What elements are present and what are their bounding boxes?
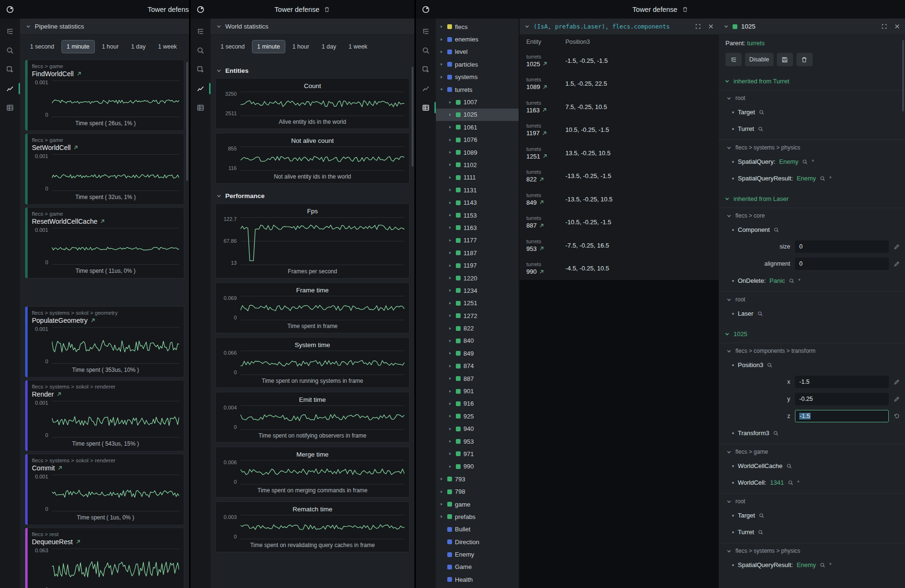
query-row[interactable]: turrets1025-1.5, -0.25, -1.5 (520, 49, 719, 72)
caret-right-icon[interactable] (448, 138, 453, 142)
tree-item-1143[interactable]: 1143 (436, 196, 519, 209)
tree-item-1197[interactable]: 1197 (436, 259, 519, 271)
component-row[interactable]: Turret (719, 524, 905, 540)
inspector-section-header[interactable]: 1025 (719, 326, 905, 340)
tree-item-822[interactable]: 822 (436, 322, 519, 334)
field-input-x[interactable]: -1.5 (795, 376, 889, 388)
tree-item-Health[interactable]: Health (436, 573, 519, 586)
component-row[interactable]: Component (719, 221, 905, 238)
caret-right-icon[interactable] (448, 301, 453, 305)
caret-right-icon[interactable] (448, 264, 453, 268)
tree-item-prefabs[interactable]: prefabs (436, 510, 519, 523)
query-row[interactable]: turrets953-7.5, -0.25, 16.5 (520, 234, 719, 257)
inspector-section-header[interactable]: inherited from Laser (719, 190, 905, 205)
caret-right-icon[interactable] (448, 339, 453, 343)
magnifier-icon[interactable] (774, 227, 779, 233)
caret-right-icon[interactable] (448, 100, 453, 104)
tree-item-game[interactable]: game (436, 498, 519, 510)
scrollbar[interactable] (412, 67, 413, 167)
magnifier-icon[interactable] (759, 513, 764, 518)
caret-right-icon[interactable] (448, 439, 453, 443)
tree-item-1089[interactable]: 1089 (436, 146, 519, 159)
caret-right-icon[interactable] (448, 163, 453, 167)
time-range-button[interactable]: 1 hour (287, 40, 314, 53)
magnifier-icon[interactable] (820, 176, 825, 181)
time-range-button[interactable]: 1 day (126, 40, 151, 53)
tree-item-971[interactable]: 971 (436, 448, 519, 460)
magnifier-icon[interactable] (758, 529, 764, 535)
caret-right-icon[interactable] (448, 414, 453, 418)
scrollbar[interactable] (186, 62, 188, 181)
pencil-icon[interactable] (894, 396, 901, 402)
tree-icon[interactable] (416, 22, 436, 40)
tree-item-Game[interactable]: Game (436, 561, 519, 573)
tree-item-901[interactable]: 901 (436, 385, 519, 397)
tree-item-1153[interactable]: 1153 (436, 209, 519, 221)
tree-item-1220[interactable]: 1220 (436, 272, 519, 284)
inspector-group-header[interactable]: flecs > core (719, 208, 905, 221)
tree-item-flecs[interactable]: flecs (436, 20, 519, 33)
tree-item-940[interactable]: 940 (436, 423, 519, 435)
tree-item-particles[interactable]: particles (436, 58, 519, 70)
tree-item-953[interactable]: 953 (436, 435, 519, 448)
tree-item-849[interactable]: 849 (436, 347, 519, 359)
delete-button[interactable] (796, 53, 813, 66)
magnifier-icon[interactable] (789, 278, 794, 284)
inspect-icon[interactable] (191, 60, 211, 79)
tree-item-level[interactable]: level (436, 46, 519, 58)
inspector-group-header[interactable]: root (719, 493, 905, 507)
caret-right-icon[interactable] (440, 75, 444, 79)
query-row[interactable]: turrets11637.5, -0.25, 10.5 (520, 95, 719, 119)
tree-item-1102[interactable]: 1102 (436, 159, 519, 171)
world-stats-panel-header[interactable]: World statistics (211, 19, 414, 35)
tree-item-1131[interactable]: 1131 (436, 184, 519, 196)
undo-icon[interactable] (894, 413, 901, 419)
tree-item-Bullet[interactable]: Bullet (436, 523, 519, 536)
magnifier-icon[interactable] (773, 430, 779, 436)
pipeline-panel-header[interactable]: Pipeline statistics (20, 19, 189, 35)
watch-icon[interactable]: * (829, 562, 832, 568)
tree-icon[interactable] (0, 22, 20, 40)
section-header[interactable]: Entities (211, 63, 414, 78)
query-expression[interactable]: (IsA, prefabs.Laser), flecs.components (533, 23, 688, 30)
tree-item-798[interactable]: 798 (436, 485, 519, 498)
caret-right-icon[interactable] (440, 38, 444, 41)
query-row[interactable]: turrets990-4.5, -0.25, 10.5 (520, 257, 719, 280)
chart-icon[interactable] (416, 80, 436, 98)
system-link[interactable]: ResetWorldCellCache (32, 218, 179, 225)
search-icon[interactable] (416, 41, 436, 60)
entity-link[interactable]: 822 (526, 176, 565, 183)
component-row[interactable]: SpatialQueryResult:Enemy* (719, 170, 905, 187)
caret-right-icon[interactable] (440, 50, 444, 54)
component-row[interactable]: SpatialQuery:Enemy* (719, 153, 905, 170)
inspector-group-header[interactable]: flecs > systems > physics (719, 543, 905, 557)
scrollbar[interactable] (902, 40, 904, 111)
tree-item-1187[interactable]: 1187 (436, 247, 519, 259)
entity-link[interactable]: 849 (526, 199, 565, 206)
expand-icon[interactable] (881, 23, 887, 30)
magnifier-icon[interactable] (786, 463, 792, 469)
watch-icon[interactable]: * (797, 480, 800, 486)
caret-right-icon[interactable] (440, 62, 444, 66)
tree-item-990[interactable]: 990 (436, 460, 519, 473)
query-row[interactable]: turrets887-10.5, -0.25, -1.5 (520, 211, 719, 234)
inspector-group-header[interactable]: root (719, 291, 905, 305)
field-input-size[interactable]: 0 (795, 240, 889, 253)
tree-item-1251[interactable]: 1251 (436, 297, 519, 309)
chevron-down-icon[interactable] (724, 24, 729, 29)
caret-right-icon[interactable] (448, 176, 453, 179)
caret-right-icon[interactable] (448, 351, 453, 355)
query-row[interactable]: turrets119710.5, -0.25, -1.5 (520, 119, 719, 142)
tree-item-1177[interactable]: 1177 (436, 234, 519, 247)
component-row[interactable]: OnDelete:Panic* (719, 272, 905, 289)
magnifier-icon[interactable] (820, 562, 825, 568)
caret-right-icon[interactable] (448, 125, 453, 129)
magnifier-icon[interactable] (758, 126, 764, 132)
time-range-button[interactable]: 1 week (343, 40, 373, 53)
tree-item-1272[interactable]: 1272 (436, 309, 519, 322)
system-link[interactable]: DequeueRest (32, 538, 179, 546)
tree-item-1111[interactable]: 1111 (436, 171, 519, 184)
trash-icon[interactable] (324, 6, 331, 13)
query-row[interactable]: turrets10891.5, -0.25, 22.5 (520, 72, 719, 96)
tree-item-1163[interactable]: 1163 (436, 221, 519, 234)
